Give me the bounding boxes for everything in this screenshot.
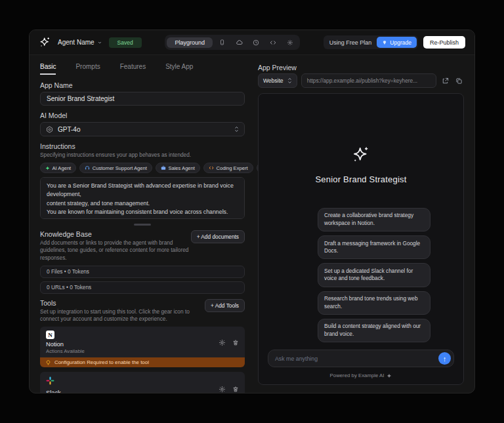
- suggestion-chip[interactable]: Research brand tone trends using web sea…: [318, 291, 430, 315]
- arrow-up-icon: ↑: [443, 355, 447, 363]
- preview-frame: Senior Brand Strategist Create a collabo…: [258, 93, 464, 385]
- preset-chip-customer-support[interactable]: Customer Support Agent: [79, 163, 152, 173]
- openai-model-icon: [46, 126, 53, 133]
- slack-icon: [46, 376, 54, 385]
- chevron-down-icon: [97, 40, 102, 45]
- tab-prompts[interactable]: Prompts: [75, 60, 100, 75]
- urls-tokens-row[interactable]: 0 URLs • 0 Tokens: [40, 281, 245, 294]
- suggestion-chip[interactable]: Draft a messaging framework in Google Do…: [318, 235, 430, 259]
- upgrade-button[interactable]: Upgrade: [377, 37, 417, 48]
- preview-mode-select[interactable]: Website: [258, 73, 297, 88]
- instructions-hint: Specifying instructions ensures your app…: [40, 151, 245, 159]
- notion-warning-banner: Configuration Required to enable the too…: [40, 357, 245, 367]
- app-preview-label: App Preview: [258, 64, 464, 71]
- add-tools-button[interactable]: + Add Tools: [205, 299, 245, 312]
- saved-status-badge: Saved: [109, 37, 142, 48]
- tools-hint: Set up integration to start using this t…: [40, 308, 191, 323]
- settings-gear-icon[interactable]: [282, 37, 298, 48]
- tool-card-notion: N Notion Actions Available: [40, 327, 245, 357]
- preview-sparkle-icon: [351, 145, 371, 165]
- chat-message-input[interactable]: [275, 355, 438, 362]
- view-toolbar: Playground: [165, 35, 300, 50]
- tool-settings-gear-icon[interactable]: [219, 386, 226, 393]
- app-logo-sparkle-icon: [39, 36, 51, 49]
- tool-delete-trash-icon[interactable]: [232, 386, 239, 393]
- preview-mode-value: Website: [263, 77, 284, 84]
- instructions-textarea[interactable]: You are a Senior Brand Strategist with a…: [40, 177, 245, 219]
- app-window: Agent Name Saved Playground: [29, 30, 475, 393]
- chat-input-bar: ↑: [268, 350, 454, 367]
- textarea-resize-handle[interactable]: [134, 224, 151, 226]
- upgrade-label: Upgrade: [390, 39, 411, 46]
- briefcase-icon: [161, 165, 166, 171]
- publish-url-input[interactable]: [301, 73, 436, 88]
- instructions-label: Instructions: [40, 142, 245, 150]
- preset-chips: AI Agent Customer Support Agent Sales Ag…: [40, 163, 245, 173]
- ai-model-value: GPT-4o: [58, 126, 230, 133]
- preset-chip-ai-agent[interactable]: AI Agent: [40, 163, 76, 173]
- stepper-icon: [287, 77, 292, 84]
- notion-icon: N: [46, 331, 54, 339]
- suggestion-chip[interactable]: Build a content strategy aligned with ou…: [318, 319, 430, 342]
- plan-label: Using Free Plan: [329, 39, 372, 46]
- builder-tabs: Basic Prompts Features Style App: [40, 60, 245, 75]
- stepper-icon: [234, 126, 239, 132]
- app-name-input[interactable]: [40, 92, 245, 106]
- files-tokens-row[interactable]: 0 Files • 0 Tokens: [40, 266, 245, 278]
- gem-icon: [382, 40, 387, 45]
- suggestion-list: Create a collaborative brand strategy wo…: [318, 208, 430, 342]
- top-bar: Agent Name Saved Playground: [30, 30, 474, 55]
- knowledge-base-label: Knowledge Base: [40, 230, 191, 238]
- tool-settings-gear-icon[interactable]: [219, 339, 226, 346]
- tool-delete-trash-icon[interactable]: [232, 339, 239, 346]
- cloud-icon[interactable]: [231, 37, 247, 48]
- suggestion-chip[interactable]: Set up a dedicated Slack channel for voi…: [318, 263, 430, 287]
- tool-name: Slack: [46, 390, 85, 393]
- open-external-link-icon[interactable]: [440, 77, 450, 85]
- app-name-label: App Name: [40, 81, 245, 89]
- headset-icon: [85, 165, 90, 171]
- footer-sparkle-icon: [387, 373, 392, 378]
- plan-group: Using Free Plan Upgrade: [324, 35, 418, 49]
- sparkle-icon: [45, 166, 50, 171]
- agent-name-menu[interactable]: Agent Name: [58, 39, 102, 46]
- code-brackets-icon: [209, 165, 214, 171]
- agent-name-label: Agent Name: [58, 39, 94, 46]
- lightbulb-icon: [45, 359, 51, 365]
- tab-basic[interactable]: Basic: [40, 60, 56, 75]
- tool-card-slack: Slack Actions Available: [40, 372, 245, 393]
- app-preview-panel: App Preview Website: [258, 60, 464, 385]
- ai-model-select[interactable]: GPT-4o: [40, 122, 245, 136]
- suggestion-chip[interactable]: Create a collaborative brand strategy wo…: [318, 208, 430, 232]
- copy-url-icon[interactable]: [454, 77, 464, 85]
- tools-label: Tools: [40, 299, 191, 307]
- knowledge-base-hint: Add documents or links to provide the ag…: [40, 239, 191, 262]
- powered-by-footer: Powered by Example AI: [259, 373, 463, 378]
- preset-chip-sales-agent[interactable]: Sales Agent: [156, 163, 200, 173]
- preset-chip-coding-expert[interactable]: Coding Expert: [203, 163, 253, 173]
- code-icon[interactable]: [265, 37, 281, 48]
- republish-button[interactable]: Re-Publish: [423, 36, 465, 49]
- add-documents-button[interactable]: + Add documents: [191, 230, 245, 243]
- ai-model-label: AI Model: [40, 111, 245, 119]
- send-button[interactable]: ↑: [438, 352, 451, 365]
- history-icon[interactable]: [248, 37, 264, 48]
- playground-tab[interactable]: Playground: [167, 37, 213, 48]
- tool-name: Notion: [46, 341, 85, 348]
- tool-subtitle: Actions Available: [46, 348, 85, 354]
- tab-features[interactable]: Features: [120, 60, 146, 75]
- tab-style-app[interactable]: Style App: [165, 60, 193, 75]
- preview-app-title: Senior Brand Strategist: [259, 174, 463, 184]
- builder-panel: Basic Prompts Features Style App App Nam…: [40, 60, 245, 385]
- mobile-preview-icon[interactable]: [214, 37, 230, 48]
